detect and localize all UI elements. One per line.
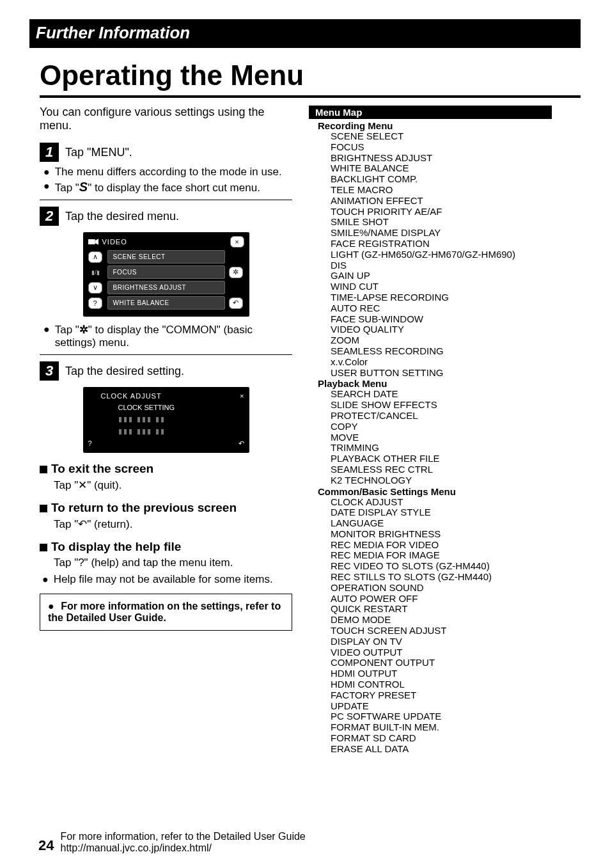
scroll-down-icon[interactable]: ∨ [88, 282, 102, 294]
menu-map-item: AUTO POWER OFF [331, 594, 581, 604]
group-playback: Playback Menu [318, 378, 581, 389]
menu-map-item: USER BUTTON SETTING [331, 368, 581, 379]
menu-map-item: ERASE ALL DATA [331, 744, 581, 755]
menu-map-item: SLIDE SHOW EFFECTS [331, 400, 581, 411]
step1-bullet-2: ● Tap "S" to display the face short cut … [43, 180, 292, 194]
bullet-text: Help file may not be available for some … [54, 573, 273, 586]
menu-item-disabled: ▮▮▮ ▮▮▮ ▮▮ [118, 427, 214, 436]
menu-map-item: TOUCH PRIORITY AE/AF [331, 207, 581, 217]
right-column: Menu Map Recording Menu SCENE SELECTFOCU… [309, 106, 581, 755]
menu-map-item: PROTECT/CANCEL [331, 411, 581, 422]
square-bullet-icon [40, 466, 47, 473]
menu-map-item: DIS [331, 260, 581, 271]
menu-screenshot-1: VIDEO × ∧ SCENE SELECT ▮/▮ FOCUS ✲ ∨ BRI… [83, 232, 249, 317]
divider [40, 354, 292, 355]
step-text: Tap the desired setting. [65, 365, 184, 378]
heading-exit: To exit the screen [40, 462, 292, 476]
help-text: Tap "?" (help) and tap the menu item. [54, 556, 292, 569]
help-icon[interactable]: ? [88, 439, 92, 448]
back-icon[interactable]: ↶ [229, 297, 243, 309]
menu-title: VIDEO [102, 238, 127, 246]
svg-rect-0 [88, 239, 95, 244]
left-column: You can configure various settings using… [40, 106, 292, 755]
menu-map-item: REC MEDIA FOR VIDEO [331, 540, 581, 551]
step-2: 2 Tap the desired menu. [40, 207, 292, 226]
close-icon[interactable]: × [230, 236, 244, 248]
menu-map-item: FORMAT SD CARD [331, 733, 581, 744]
menu-map-item: QUICK RESTART [331, 604, 581, 615]
step-3: 3 Tap the desired setting. [40, 361, 292, 381]
menu-map-item: SEAMLESS RECORDING [331, 346, 581, 357]
menu-map-item: PLAYBACK OTHER FILE [331, 454, 581, 464]
step-number: 3 [40, 361, 59, 381]
menu-map-item: TRIMMING [331, 443, 581, 454]
menu-map-item: SEAMLESS REC CTRL [331, 464, 581, 475]
close-icon[interactable]: × [240, 392, 244, 400]
menu-map-item: PC SOFTWARE UPDATE [331, 711, 581, 722]
bullet-text: Tap "S" to display the face short cut me… [55, 180, 260, 194]
menu-map-header: Menu Map [309, 106, 552, 119]
square-bullet-icon [40, 505, 47, 512]
section-header: Further Information [29, 19, 581, 48]
menu-map-item: BACKLIGHT COMP. [331, 174, 581, 185]
gear-icon[interactable]: ✲ [229, 267, 243, 278]
bullet-dot: ● [43, 166, 50, 178]
step-1: 1 Tap "MENU". [40, 143, 292, 162]
menu-map-item: TELE MACRO [331, 185, 581, 196]
menu-map-item: DEMO MODE [331, 615, 581, 626]
info-text: For more information on the settings, re… [48, 601, 281, 623]
menu-map-item: TOUCH SCREEN ADJUST [331, 626, 581, 636]
bullet-dot: ● [43, 180, 50, 194]
menu-item[interactable]: WHITE BALANCE [107, 296, 225, 310]
step-text: Tap "MENU". [65, 146, 132, 159]
menu-map-item: UPDATE [331, 701, 581, 712]
bullet-dot: ● [42, 573, 49, 586]
menu-map-item: WHITE BALANCE [331, 163, 581, 174]
menu-map-item: REC VIDEO TO SLOTS (GZ-HM440) [331, 561, 581, 572]
menu-map-item: MOVE [331, 432, 581, 443]
footer-line-2: http://manual.jvc.co.jp/index.html/ [60, 842, 305, 854]
gear-icon: ✲ [79, 324, 88, 336]
menu-item[interactable]: BRIGHTNESS ADJUST [107, 281, 225, 294]
menu-item[interactable]: CLOCK SETTING [118, 404, 214, 411]
menu-map-item: VIDEO QUALITY [331, 324, 581, 335]
help-note: ● Help file may not be available for som… [42, 573, 292, 586]
menu-map-item: BRIGHTNESS ADJUST [331, 153, 581, 164]
menu-map-item: FORMAT BUILT-IN MEM. [331, 722, 581, 733]
menu-map-item: GAIN UP [331, 271, 581, 281]
recording-items: SCENE SELECTFOCUSBRIGHTNESS ADJUSTWHITE … [331, 131, 581, 378]
playback-items: SEARCH DATESLIDE SHOW EFFECTSPROTECT/CAN… [331, 389, 581, 485]
bullet-text: The menu differs according to the mode i… [55, 166, 282, 178]
menu-item[interactable]: SCENE SELECT [107, 250, 225, 264]
page-number: 24 [38, 837, 54, 854]
group-common: Common/Basic Settings Menu [318, 486, 581, 497]
menu-map-item: WIND CUT [331, 281, 581, 292]
menu-map-item: SMILE SHOT [331, 217, 581, 228]
divider [40, 200, 292, 200]
face-shortcut-icon: S [79, 180, 88, 194]
step-text: Tap the desired menu. [65, 210, 179, 223]
common-items: CLOCK ADJUSTDATE DISPLAY STYLELANGUAGEMO… [331, 497, 581, 755]
exit-text: Tap "✕" (quit). [54, 478, 292, 492]
group-recording: Recording Menu [318, 120, 581, 131]
svg-marker-1 [95, 239, 98, 244]
menu-map-item: DISPLAY ON TV [331, 636, 581, 647]
menu-map-item: REC STILLS TO SLOTS (GZ-HM440) [331, 572, 581, 583]
menu-map-item: HDMI CONTROL [331, 679, 581, 690]
menu-item[interactable]: FOCUS [107, 265, 225, 279]
step-number: 2 [40, 207, 59, 226]
menu-map-item: COPY [331, 422, 581, 432]
footer-line-1: For more information, refer to the Detai… [60, 831, 305, 842]
scroll-up-icon[interactable]: ∧ [88, 251, 102, 263]
menu-map-item: ANIMATION EFFECT [331, 196, 581, 207]
menu-map-item: DATE DISPLAY STYLE [331, 507, 581, 518]
menu-map-item: SEARCH DATE [331, 389, 581, 400]
bullet-text: Tap "✲" to display the "COMMON" (basic s… [55, 323, 292, 349]
page-title: Operating the Menu [40, 59, 581, 98]
help-icon[interactable]: ? [88, 297, 102, 309]
menu-map-item: ZOOM [331, 335, 581, 346]
info-box: ● For more information on the settings, … [40, 594, 292, 631]
menu-map-item: VIDEO OUTPUT [331, 647, 581, 658]
back-icon[interactable]: ↶ [239, 439, 244, 448]
menu-map-item: FACE SUB-WINDOW [331, 314, 581, 325]
